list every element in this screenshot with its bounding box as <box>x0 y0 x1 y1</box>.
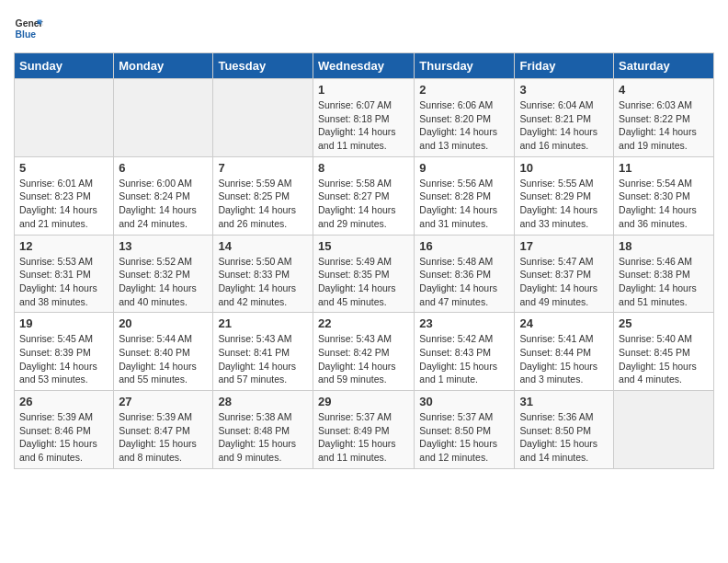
day-number: 6 <box>119 161 208 175</box>
day-number: 11 <box>619 161 709 175</box>
day-info: Sunrise: 5:45 AM Sunset: 8:39 PM Dayligh… <box>19 332 108 386</box>
calendar-week-2: 12Sunrise: 5:53 AM Sunset: 8:31 PM Dayli… <box>15 235 714 313</box>
day-number: 23 <box>419 316 509 330</box>
day-number: 2 <box>419 83 509 97</box>
calendar-cell: 15Sunrise: 5:49 AM Sunset: 8:35 PM Dayli… <box>313 235 414 313</box>
day-info: Sunrise: 5:58 AM Sunset: 8:27 PM Dayligh… <box>318 177 409 231</box>
day-info: Sunrise: 6:03 AM Sunset: 8:22 PM Dayligh… <box>619 98 709 153</box>
day-info: Sunrise: 5:39 AM Sunset: 8:47 PM Dayligh… <box>119 410 208 465</box>
day-number: 26 <box>19 395 108 408</box>
calendar-cell: 12Sunrise: 5:53 AM Sunset: 8:31 PM Dayli… <box>15 235 114 313</box>
calendar-cell: 28Sunrise: 5:38 AM Sunset: 8:48 PM Dayli… <box>213 391 313 469</box>
calendar-cell: 16Sunrise: 5:48 AM Sunset: 8:36 PM Dayli… <box>415 235 515 313</box>
day-number: 1 <box>318 83 409 97</box>
calendar-cell: 11Sunrise: 5:54 AM Sunset: 8:30 PM Dayli… <box>614 156 714 235</box>
day-number: 16 <box>419 239 509 253</box>
day-number: 31 <box>519 395 609 408</box>
calendar-cell: 29Sunrise: 5:37 AM Sunset: 8:49 PM Dayli… <box>313 391 414 469</box>
day-header-friday: Friday <box>515 53 614 79</box>
page-header: General Blue <box>14 14 714 43</box>
calendar-cell: 7Sunrise: 5:59 AM Sunset: 8:25 PM Daylig… <box>213 156 313 235</box>
calendar-cell: 6Sunrise: 6:00 AM Sunset: 8:24 PM Daylig… <box>114 156 213 235</box>
calendar-table: SundayMondayTuesdayWednesdayThursdayFrid… <box>14 52 714 469</box>
calendar-cell: 2Sunrise: 6:06 AM Sunset: 8:20 PM Daylig… <box>415 79 515 157</box>
calendar-cell: 8Sunrise: 5:58 AM Sunset: 8:27 PM Daylig… <box>313 156 414 235</box>
day-info: Sunrise: 5:54 AM Sunset: 8:30 PM Dayligh… <box>619 177 709 231</box>
day-info: Sunrise: 5:37 AM Sunset: 8:49 PM Dayligh… <box>318 410 409 465</box>
day-number: 13 <box>119 239 208 253</box>
day-info: Sunrise: 5:50 AM Sunset: 8:33 PM Dayligh… <box>218 255 308 309</box>
day-number: 7 <box>218 161 308 175</box>
calendar-week-0: 1Sunrise: 6:07 AM Sunset: 8:18 PM Daylig… <box>15 79 714 157</box>
calendar-week-3: 19Sunrise: 5:45 AM Sunset: 8:39 PM Dayli… <box>15 313 714 391</box>
day-number: 8 <box>318 161 409 175</box>
calendar-cell: 14Sunrise: 5:50 AM Sunset: 8:33 PM Dayli… <box>213 235 313 313</box>
calendar-cell: 18Sunrise: 5:46 AM Sunset: 8:38 PM Dayli… <box>614 235 714 313</box>
day-number: 12 <box>19 239 108 253</box>
calendar-cell: 17Sunrise: 5:47 AM Sunset: 8:37 PM Dayli… <box>515 235 614 313</box>
calendar-header-row: SundayMondayTuesdayWednesdayThursdayFrid… <box>15 53 714 79</box>
calendar-week-1: 5Sunrise: 6:01 AM Sunset: 8:23 PM Daylig… <box>15 156 714 235</box>
calendar-cell <box>15 79 114 157</box>
day-info: Sunrise: 6:00 AM Sunset: 8:24 PM Dayligh… <box>119 177 208 231</box>
calendar-cell: 25Sunrise: 5:40 AM Sunset: 8:45 PM Dayli… <box>614 313 714 391</box>
day-info: Sunrise: 6:07 AM Sunset: 8:18 PM Dayligh… <box>318 98 409 153</box>
logo-icon: General Blue <box>14 14 43 43</box>
svg-text:Blue: Blue <box>16 29 37 40</box>
calendar-cell: 9Sunrise: 5:56 AM Sunset: 8:28 PM Daylig… <box>415 156 515 235</box>
day-info: Sunrise: 5:59 AM Sunset: 8:25 PM Dayligh… <box>218 177 308 231</box>
day-number: 14 <box>218 239 308 253</box>
day-header-sunday: Sunday <box>15 53 114 79</box>
day-number: 15 <box>318 239 409 253</box>
day-number: 9 <box>419 161 509 175</box>
day-number: 27 <box>119 395 208 408</box>
calendar-cell: 31Sunrise: 5:36 AM Sunset: 8:50 PM Dayli… <box>515 391 614 469</box>
calendar-cell: 4Sunrise: 6:03 AM Sunset: 8:22 PM Daylig… <box>614 79 714 157</box>
day-info: Sunrise: 5:39 AM Sunset: 8:46 PM Dayligh… <box>19 410 108 465</box>
day-info: Sunrise: 5:41 AM Sunset: 8:44 PM Dayligh… <box>519 332 609 386</box>
day-info: Sunrise: 5:56 AM Sunset: 8:28 PM Dayligh… <box>419 177 509 231</box>
day-info: Sunrise: 5:43 AM Sunset: 8:41 PM Dayligh… <box>218 332 308 386</box>
calendar-cell: 30Sunrise: 5:37 AM Sunset: 8:50 PM Dayli… <box>415 391 515 469</box>
day-info: Sunrise: 5:48 AM Sunset: 8:36 PM Dayligh… <box>419 255 509 309</box>
day-info: Sunrise: 5:42 AM Sunset: 8:43 PM Dayligh… <box>419 332 509 386</box>
day-info: Sunrise: 5:36 AM Sunset: 8:50 PM Dayligh… <box>519 410 609 465</box>
day-number: 24 <box>519 316 609 330</box>
day-info: Sunrise: 5:49 AM Sunset: 8:35 PM Dayligh… <box>318 255 409 309</box>
day-number: 20 <box>119 316 208 330</box>
calendar-cell: 13Sunrise: 5:52 AM Sunset: 8:32 PM Dayli… <box>114 235 213 313</box>
calendar-cell: 26Sunrise: 5:39 AM Sunset: 8:46 PM Dayli… <box>15 391 114 469</box>
day-number: 17 <box>519 239 609 253</box>
day-number: 19 <box>19 316 108 330</box>
day-info: Sunrise: 5:52 AM Sunset: 8:32 PM Dayligh… <box>119 255 208 309</box>
calendar-cell: 22Sunrise: 5:43 AM Sunset: 8:42 PM Dayli… <box>313 313 414 391</box>
day-info: Sunrise: 5:40 AM Sunset: 8:45 PM Dayligh… <box>619 332 709 386</box>
day-info: Sunrise: 5:46 AM Sunset: 8:38 PM Dayligh… <box>619 255 709 309</box>
day-number: 21 <box>218 316 308 330</box>
calendar-cell: 24Sunrise: 5:41 AM Sunset: 8:44 PM Dayli… <box>515 313 614 391</box>
day-info: Sunrise: 6:01 AM Sunset: 8:23 PM Dayligh… <box>19 177 108 231</box>
day-number: 22 <box>318 316 409 330</box>
day-number: 28 <box>218 395 308 408</box>
calendar-cell: 23Sunrise: 5:42 AM Sunset: 8:43 PM Dayli… <box>415 313 515 391</box>
day-number: 4 <box>619 83 709 97</box>
day-info: Sunrise: 6:06 AM Sunset: 8:20 PM Dayligh… <box>419 98 509 153</box>
day-number: 29 <box>318 395 409 408</box>
logo: General Blue <box>14 14 47 43</box>
calendar-cell: 5Sunrise: 6:01 AM Sunset: 8:23 PM Daylig… <box>15 156 114 235</box>
calendar-cell <box>614 391 714 469</box>
day-header-tuesday: Tuesday <box>213 53 313 79</box>
day-info: Sunrise: 6:04 AM Sunset: 8:21 PM Dayligh… <box>519 98 609 153</box>
day-info: Sunrise: 5:55 AM Sunset: 8:29 PM Dayligh… <box>519 177 609 231</box>
day-info: Sunrise: 5:44 AM Sunset: 8:40 PM Dayligh… <box>119 332 208 386</box>
calendar-cell: 27Sunrise: 5:39 AM Sunset: 8:47 PM Dayli… <box>114 391 213 469</box>
calendar-cell: 10Sunrise: 5:55 AM Sunset: 8:29 PM Dayli… <box>515 156 614 235</box>
calendar-cell: 3Sunrise: 6:04 AM Sunset: 8:21 PM Daylig… <box>515 79 614 157</box>
day-number: 18 <box>619 239 709 253</box>
day-number: 10 <box>519 161 609 175</box>
calendar-cell <box>213 79 313 157</box>
day-info: Sunrise: 5:38 AM Sunset: 8:48 PM Dayligh… <box>218 410 308 465</box>
day-number: 3 <box>519 83 609 97</box>
day-header-monday: Monday <box>114 53 213 79</box>
day-number: 30 <box>419 395 509 408</box>
